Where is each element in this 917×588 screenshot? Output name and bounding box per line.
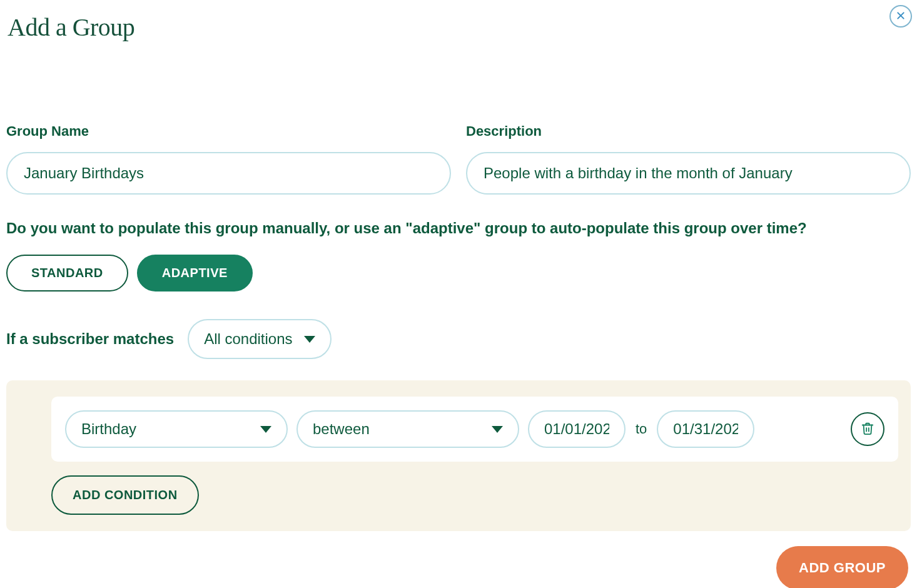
match-row: If a subscriber matches All conditions bbox=[6, 319, 911, 359]
to-label: to bbox=[634, 421, 648, 437]
population-question: Do you want to populate this group manua… bbox=[6, 220, 911, 237]
date-from-input[interactable] bbox=[528, 410, 626, 448]
standard-button[interactable]: STANDARD bbox=[6, 255, 128, 291]
match-mode-value: All conditions bbox=[204, 330, 292, 348]
chevron-down-icon bbox=[260, 426, 271, 433]
condition-field-value: Birthday bbox=[81, 420, 136, 438]
group-name-input[interactable] bbox=[6, 152, 451, 195]
condition-operator-select[interactable]: between bbox=[296, 410, 519, 448]
group-name-label: Group Name bbox=[6, 123, 451, 139]
trash-icon bbox=[861, 422, 874, 437]
chevron-down-icon bbox=[492, 426, 503, 433]
add-condition-button[interactable]: ADD CONDITION bbox=[51, 475, 199, 515]
close-icon bbox=[896, 11, 906, 23]
condition-operator-value: between bbox=[313, 420, 370, 438]
population-toggle: STANDARD ADAPTIVE bbox=[6, 255, 911, 291]
adaptive-button[interactable]: ADAPTIVE bbox=[137, 255, 253, 291]
description-field: Description bbox=[466, 123, 911, 195]
close-button[interactable] bbox=[889, 5, 912, 28]
condition-field-select[interactable]: Birthday bbox=[65, 410, 288, 448]
group-name-field: Group Name bbox=[6, 123, 451, 195]
page-title: Add a Group bbox=[8, 13, 911, 42]
add-group-button[interactable]: ADD GROUP bbox=[776, 546, 908, 588]
chevron-down-icon bbox=[304, 336, 315, 343]
condition-row: Birthday between to bbox=[51, 397, 898, 462]
conditions-panel: Birthday between to ADD CONDITION bbox=[6, 380, 911, 531]
fields-row: Group Name Description bbox=[6, 123, 911, 195]
footer: ADD GROUP bbox=[6, 546, 911, 588]
description-input[interactable] bbox=[466, 152, 911, 195]
description-label: Description bbox=[466, 123, 911, 139]
date-to-input[interactable] bbox=[657, 410, 754, 448]
match-mode-select[interactable]: All conditions bbox=[188, 319, 331, 359]
delete-condition-button[interactable] bbox=[851, 412, 884, 446]
match-label: If a subscriber matches bbox=[6, 330, 174, 348]
